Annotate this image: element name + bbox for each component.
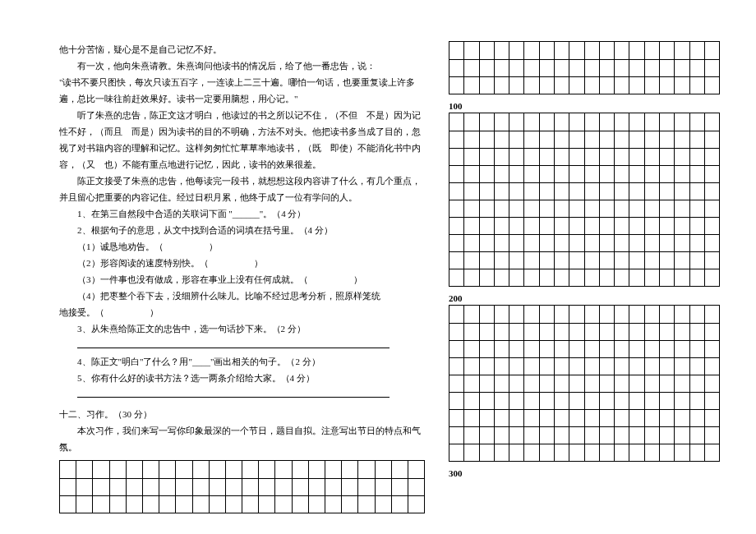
grid-cell[interactable] — [585, 200, 600, 217]
grid-cell[interactable] — [645, 218, 660, 234]
grid-cell[interactable] — [645, 131, 660, 148]
grid-cell[interactable] — [629, 269, 644, 286]
grid-cell[interactable] — [540, 235, 555, 251]
grid-cell[interactable] — [555, 358, 569, 375]
grid-cell[interactable] — [449, 393, 464, 409]
grid-cell[interactable] — [675, 183, 689, 200]
grid-cell[interactable] — [585, 324, 600, 340]
grid-cell[interactable] — [449, 358, 464, 375]
grid-cell[interactable] — [392, 496, 408, 513]
grid-cell[interactable] — [675, 77, 689, 94]
grid-cell[interactable] — [159, 461, 176, 478]
grid-cell[interactable] — [464, 358, 479, 375]
grid-cell[interactable] — [600, 324, 615, 340]
grid-cell[interactable] — [449, 252, 464, 269]
grid-cell[interactable] — [143, 479, 159, 495]
grid-cell[interactable] — [480, 60, 495, 76]
grid-cell[interactable] — [569, 183, 584, 200]
grid-cell[interactable] — [585, 149, 600, 165]
grid-cell[interactable] — [690, 393, 705, 409]
grid-cell[interactable] — [615, 324, 629, 340]
grid-cell[interactable] — [555, 444, 569, 461]
grid-row[interactable] — [449, 340, 719, 357]
grid-row[interactable] — [449, 42, 719, 59]
grid-cell[interactable] — [309, 479, 325, 495]
grid-cell[interactable] — [645, 252, 660, 269]
grid-cell[interactable] — [705, 341, 719, 357]
grid-cell[interactable] — [690, 252, 705, 269]
grid-row[interactable] — [449, 113, 719, 131]
grid-cell[interactable] — [585, 60, 600, 76]
grid-cell[interactable] — [585, 393, 600, 409]
writing-grid-right[interactable]: 100 200 300 — [449, 41, 720, 480]
grid-cell[interactable] — [495, 306, 509, 323]
grid-cell[interactable] — [259, 479, 275, 495]
grid-cell[interactable] — [629, 358, 644, 375]
grid-cell[interactable] — [464, 252, 479, 269]
grid-cell[interactable] — [555, 183, 569, 200]
grid-cell[interactable] — [690, 200, 705, 217]
grid-cell[interactable] — [464, 427, 479, 444]
grid-cell[interactable] — [690, 427, 705, 444]
grid-cell[interactable] — [464, 218, 479, 234]
grid-cell[interactable] — [540, 427, 555, 444]
grid-row[interactable] — [449, 148, 719, 165]
grid-cell[interactable] — [600, 410, 615, 426]
grid-cell[interactable] — [645, 444, 660, 461]
grid-cell[interactable] — [524, 200, 539, 217]
grid-cell[interactable] — [342, 479, 358, 495]
grid-cell[interactable] — [660, 427, 675, 444]
grid-cell[interactable] — [509, 324, 524, 340]
grid-cell[interactable] — [480, 252, 495, 269]
grid-cell[interactable] — [60, 461, 76, 478]
grid-cell[interactable] — [645, 200, 660, 217]
grid-cell[interactable] — [660, 77, 675, 94]
grid-cell[interactable] — [690, 269, 705, 286]
grid-cell[interactable] — [555, 113, 569, 131]
grid-cell[interactable] — [629, 410, 644, 426]
grid-row[interactable] — [449, 306, 719, 323]
grid-cell[interactable] — [645, 235, 660, 251]
grid-cell[interactable] — [193, 479, 210, 495]
grid-cell[interactable] — [464, 306, 479, 323]
grid-cell[interactable] — [509, 427, 524, 444]
grid-cell[interactable] — [569, 166, 584, 182]
grid-cell[interactable] — [629, 444, 644, 461]
grid-cell[interactable] — [660, 252, 675, 269]
grid-cell[interactable] — [540, 410, 555, 426]
grid-cell[interactable] — [293, 496, 309, 513]
grid-cell[interactable] — [705, 252, 719, 269]
grid-cell[interactable] — [690, 358, 705, 375]
grid-cell[interactable] — [110, 479, 127, 495]
grid-cell[interactable] — [600, 131, 615, 148]
grid-cell[interactable] — [660, 341, 675, 357]
grid-cell[interactable] — [690, 235, 705, 251]
grid-cell[interactable] — [376, 461, 392, 478]
grid-cell[interactable] — [93, 496, 109, 513]
grid-cell[interactable] — [600, 427, 615, 444]
grid-cell[interactable] — [690, 410, 705, 426]
grid-cell[interactable] — [555, 60, 569, 76]
grid-cell[interactable] — [509, 393, 524, 409]
grid-cell[interactable] — [615, 235, 629, 251]
grid-cell[interactable] — [660, 42, 675, 59]
grid-cell[interactable] — [210, 496, 226, 513]
grid-cell[interactable] — [555, 410, 569, 426]
grid-cell[interactable] — [600, 269, 615, 286]
grid-cell[interactable] — [675, 131, 689, 148]
grid-cell[interactable] — [495, 113, 509, 131]
grid-cell[interactable] — [524, 358, 539, 375]
grid-cell[interactable] — [660, 200, 675, 217]
grid-cell[interactable] — [660, 218, 675, 234]
grid-cell[interactable] — [615, 252, 629, 269]
grid-cell[interactable] — [675, 427, 689, 444]
grid-cell[interactable] — [464, 200, 479, 217]
grid-cell[interactable] — [159, 496, 176, 513]
grid-cell[interactable] — [449, 324, 464, 340]
grid-cell[interactable] — [480, 341, 495, 357]
grid-cell[interactable] — [495, 218, 509, 234]
grid-cell[interactable] — [226, 479, 242, 495]
grid-cell[interactable] — [555, 42, 569, 59]
grid-cell[interactable] — [675, 149, 689, 165]
grid-cell[interactable] — [645, 410, 660, 426]
